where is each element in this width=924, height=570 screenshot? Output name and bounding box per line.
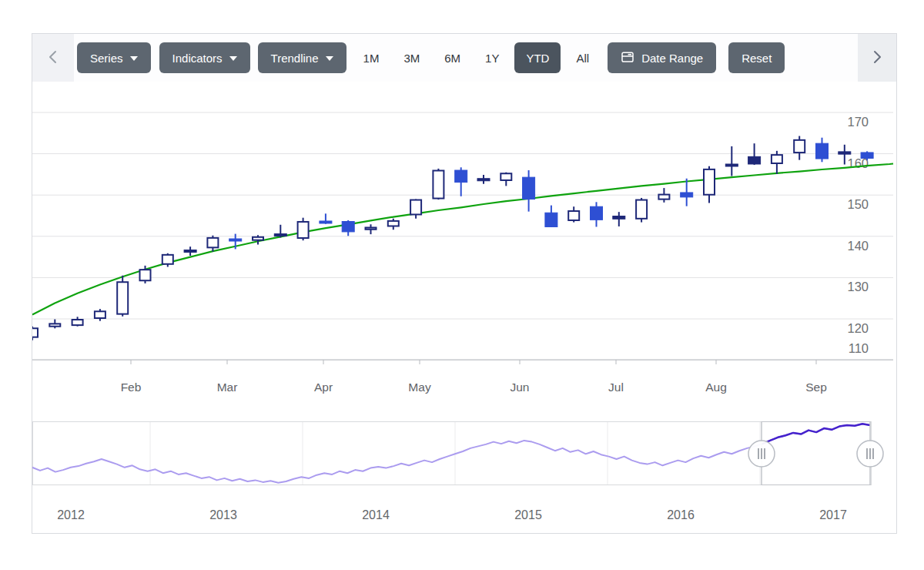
candle[interactable] [568,206,579,222]
trendline-series [32,164,893,315]
candle-body [591,206,603,220]
candle-body [207,238,218,247]
candle-body [772,155,782,163]
navigator-year-label: 2016 [667,508,695,521]
range-button-3m[interactable]: 3M [393,42,430,73]
y-axis-label: 150 [847,197,869,211]
candle[interactable] [410,200,421,219]
candle[interactable] [253,235,263,244]
y-axis-label: 140 [847,239,869,253]
x-axis-label: Feb [121,381,142,394]
date-range-label: Date Range [641,52,703,65]
x-axis-label: Jul [608,381,624,394]
candle[interactable] [794,136,805,160]
candle[interactable] [162,253,173,267]
navigator-year-label: 2013 [209,508,237,521]
candle[interactable] [725,146,738,176]
candle-body [816,143,829,159]
candle[interactable] [658,188,669,203]
candle-body [636,200,647,219]
series-dropdown-button[interactable]: Series [77,42,151,73]
candle-body [794,140,805,153]
candle[interactable] [433,169,444,200]
navigator-line-selected [32,424,870,482]
candle-body [455,170,467,183]
candle[interactable] [704,166,715,203]
candle-body [725,164,738,166]
range-navigator[interactable] [32,421,883,485]
candle[interactable] [591,202,603,226]
candle[interactable] [207,236,218,252]
stock-chart-demo: Series Indicators Trendline 1M 3M 6M 1Y … [0,0,924,570]
reset-button[interactable]: Reset [728,42,785,73]
trendline-dropdown-button[interactable]: Trendline [258,42,346,73]
candle-body [681,193,693,197]
candle-body [568,211,579,220]
navigator-year-label: 2015 [514,508,542,521]
candle-body [184,250,196,252]
candle[interactable] [274,225,286,238]
candle[interactable] [748,143,761,165]
candle[interactable] [117,276,128,317]
candle-body [748,156,761,164]
navigator-left-slider[interactable] [748,421,775,485]
candle-body [523,177,535,199]
range-button-1m[interactable]: 1M [353,42,390,73]
navigator-year-label: 2012 [57,508,85,521]
y-axis-label: 120 [847,321,869,335]
candle[interactable] [298,218,309,240]
candle[interactable] [366,224,377,234]
candle[interactable] [49,320,60,329]
series-dropdown-label: Series [90,52,123,65]
range-button-6m[interactable]: 6M [434,42,471,73]
candle[interactable] [32,327,38,340]
candle-body [140,270,151,280]
candle-body [229,239,242,241]
navigator-line [32,424,870,482]
indicators-dropdown-label: Indicators [172,52,223,65]
candle[interactable] [455,167,467,196]
candle-body [410,200,421,215]
navigator-year-label: 2017 [819,508,847,521]
candle[interactable] [523,170,535,212]
candle-body [500,173,511,180]
candle[interactable] [613,212,625,226]
candle[interactable] [772,151,782,174]
candle-body [72,320,83,325]
candle-body [298,222,309,238]
range-button-ytd[interactable]: YTD [514,42,561,73]
candle-body [274,234,286,236]
candle[interactable] [816,138,829,163]
navigator-right-slider[interactable] [857,421,883,485]
candle[interactable] [72,317,83,326]
navigator-year-label: 2014 [362,508,390,521]
candle-series [32,136,873,340]
trendline-dropdown-label: Trendline [271,52,319,65]
date-range-button[interactable]: Date Range [608,42,716,73]
candle[interactable] [477,175,490,184]
navigator-border [33,422,872,485]
candle-body [433,171,444,199]
candle[interactable] [320,213,332,223]
caret-down-icon [229,56,237,61]
y-axis-label: 170 [847,115,869,129]
y-axis-label: 110 [849,341,869,355]
toolbar-scroll-right-button[interactable] [858,34,896,82]
candle[interactable] [342,220,354,236]
candle[interactable] [500,173,511,186]
candle[interactable] [545,206,557,227]
candle[interactable] [388,219,399,230]
toolbar-scroll-left-button[interactable] [32,34,74,82]
range-button-all[interactable]: All [565,42,600,73]
y-axis-label: 130 [847,280,869,293]
candle[interactable] [636,198,647,223]
candle-body [342,222,354,232]
indicators-dropdown-button[interactable]: Indicators [159,42,250,73]
x-axis-label: May [408,381,431,394]
candle-body [658,195,669,200]
candle-body [253,237,263,240]
x-axis-labels: FebMarAprMayJunJulAugSep [121,360,827,394]
candle[interactable] [184,246,196,256]
range-button-1y[interactable]: 1Y [474,42,510,73]
x-axis-label: Jun [511,381,530,394]
